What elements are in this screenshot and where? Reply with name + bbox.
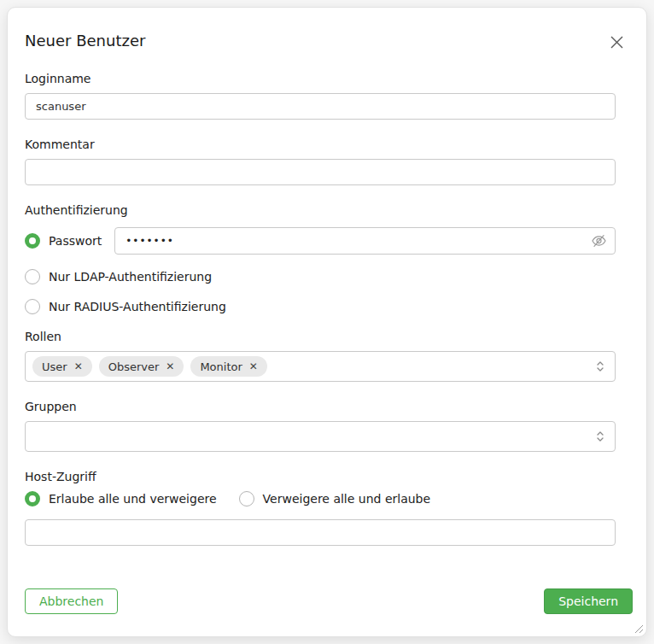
host-zugriff-group: Host-Zugriff Erlaube alle und verweigere… <box>25 470 616 546</box>
host-zugriff-label: Host-Zugriff <box>25 470 616 483</box>
host-deny-radio[interactable] <box>239 491 254 506</box>
loginname-label: Loginname <box>25 72 616 85</box>
host-allow-row: Erlaube alle und verweigere <box>25 491 217 506</box>
role-chip-user: User ✕ <box>32 356 92 377</box>
loginname-input[interactable] <box>25 93 616 120</box>
role-chip-label: Observer <box>108 360 160 373</box>
chip-remove-icon[interactable]: ✕ <box>249 361 258 372</box>
auth-ldap-row: Nur LDAP-Authentifizierung <box>25 269 616 284</box>
new-user-dialog: Neuer Benutzer Loginname Kommentar Authe… <box>7 7 647 637</box>
host-deny-label: Verweigere alle und erlaube <box>263 492 431 506</box>
host-allow-label: Erlaube alle und verweigere <box>49 492 217 506</box>
kommentar-group: Kommentar <box>25 138 616 185</box>
auth-radius-radio[interactable] <box>25 299 40 314</box>
auth-ldap-label: Nur LDAP-Authentifizierung <box>49 270 212 284</box>
cancel-button[interactable]: Abbrechen <box>25 588 118 614</box>
eye-off-icon <box>591 239 607 252</box>
auth-passwort-label: Passwort <box>49 234 102 248</box>
kommentar-label: Kommentar <box>25 138 616 151</box>
select-chevrons-icon <box>596 360 604 373</box>
loginname-group: Loginname <box>25 72 616 120</box>
auth-password-row: Passwort <box>25 227 616 255</box>
gruppen-group: Gruppen <box>25 400 616 452</box>
auth-radius-label: Nur RADIUS-Authentifizierung <box>49 300 226 313</box>
rollen-label: Rollen <box>25 330 616 343</box>
dialog-title: Neuer Benutzer <box>25 32 145 50</box>
rollen-group: Rollen User ✕ Observer ✕ Monitor ✕ <box>25 330 616 382</box>
host-zugriff-radio-row: Erlaube alle und verweigere Verweigere a… <box>25 491 616 506</box>
auth-ldap-radio[interactable] <box>25 269 40 284</box>
gruppen-label: Gruppen <box>25 400 616 413</box>
auth-passwort-radio[interactable] <box>25 233 40 249</box>
kommentar-input[interactable] <box>25 159 616 185</box>
host-zugriff-input[interactable] <box>25 519 616 546</box>
role-chip-label: User <box>42 360 67 373</box>
role-chip-label: Monitor <box>200 360 242 373</box>
resize-handle[interactable] <box>634 624 644 634</box>
dialog-header: Neuer Benutzer <box>25 32 633 51</box>
close-icon <box>610 39 624 52</box>
password-visibility-toggle[interactable] <box>591 233 607 249</box>
password-field-wrap <box>114 227 616 255</box>
chip-remove-icon[interactable]: ✕ <box>74 361 83 372</box>
host-deny-row: Verweigere alle und erlaube <box>239 491 431 506</box>
authentifizierung-group: Authentifizierung Passwort <box>25 203 616 314</box>
gruppen-multiselect[interactable] <box>25 421 616 452</box>
form-area: Loginname Kommentar Authentifizierung Pa… <box>25 72 633 546</box>
host-allow-radio[interactable] <box>25 491 40 506</box>
select-chevrons-icon <box>596 430 604 443</box>
dialog-footer: Abbrechen Speichern <box>25 588 633 614</box>
save-button[interactable]: Speichern <box>544 588 633 614</box>
role-chip-observer: Observer ✕ <box>99 356 184 377</box>
password-input[interactable] <box>114 227 616 255</box>
rollen-multiselect[interactable]: User ✕ Observer ✕ Monitor ✕ <box>25 351 616 382</box>
close-button[interactable] <box>608 33 626 51</box>
chip-remove-icon[interactable]: ✕ <box>166 361 174 372</box>
authentifizierung-label: Authentifizierung <box>25 203 616 217</box>
role-chip-monitor: Monitor ✕ <box>190 356 266 377</box>
auth-radius-row: Nur RADIUS-Authentifizierung <box>25 299 616 314</box>
